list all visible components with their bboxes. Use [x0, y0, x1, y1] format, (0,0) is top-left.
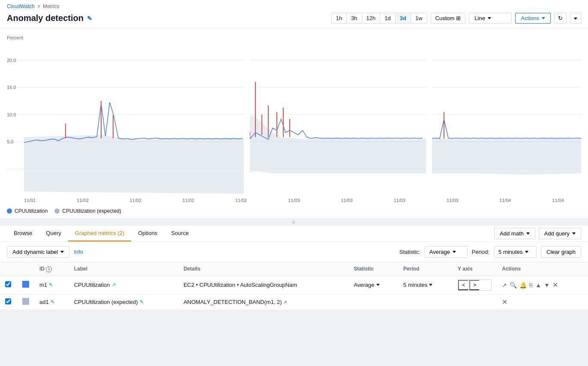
- custom-time-button[interactable]: Custom ⊞: [431, 13, 466, 24]
- legend-label-cpu: CPUUtilization: [15, 208, 48, 214]
- chevron-down-icon: [488, 17, 491, 19]
- chevron-down-icon: [542, 17, 545, 19]
- row-label-cell: CPUUtilization ↗: [69, 276, 179, 294]
- header-controls: 1h 3h 12h 1d 3d 1w Custom ⊞ Line Actions…: [331, 13, 581, 24]
- clear-graph-button[interactable]: Clear graph: [541, 246, 581, 258]
- svg-text:15.0: 15.0: [7, 85, 16, 90]
- row-action-icons: ↗ 🔍 🔔 ⎘ ▲ ▼ ✕: [502, 281, 583, 289]
- tab-options[interactable]: Options: [131, 226, 164, 241]
- delete-row-button[interactable]: ✕: [552, 281, 558, 289]
- actions-button[interactable]: Actions: [515, 13, 551, 24]
- add-query-button[interactable]: Add query: [539, 228, 581, 239]
- metric-label-value: CPUUtilization: [74, 282, 110, 288]
- time-1d[interactable]: 1d: [380, 13, 395, 23]
- trend-icon[interactable]: ↗: [502, 282, 507, 289]
- row-label-cell: CPUUtilization (expected) ✎: [69, 294, 179, 309]
- row-details-cell: ANOMALY_DETECTION_BAND(m1, 2) ↗: [178, 294, 348, 309]
- move-down-icon[interactable]: ▼: [544, 282, 550, 289]
- search-icon[interactable]: 🔍: [510, 282, 517, 289]
- tab-query[interactable]: Query: [39, 226, 68, 241]
- table-header-row: ID i Label Details Statistic Period Y ax…: [0, 262, 588, 276]
- legend-cpu-expected: CPUUtilization (expected): [54, 208, 121, 214]
- metric-id: m1 ✎: [39, 282, 64, 288]
- external-link-icon[interactable]: ↗: [112, 282, 116, 288]
- move-up-icon[interactable]: ▲: [535, 282, 541, 289]
- statistic-label: Statistic:: [399, 249, 420, 255]
- edit-id-icon[interactable]: ✎: [49, 282, 53, 288]
- chart-area: 20.0 15.0 10.0 5.0: [7, 42, 581, 196]
- legend-cpu-util: CPUUtilization: [7, 208, 48, 214]
- time-1h[interactable]: 1h: [332, 13, 347, 23]
- period-select[interactable]: 5 minutes: [494, 246, 537, 258]
- breadcrumb-cloudwatch[interactable]: CloudWatch: [7, 3, 35, 9]
- row-details-cell: EC2 • CPUUtilization • AutoScalingGroupN…: [178, 276, 348, 294]
- delete-row-button[interactable]: ✕: [502, 298, 507, 306]
- time-3d[interactable]: 3d: [396, 13, 411, 23]
- col-statistic: Statistic: [348, 262, 398, 276]
- row-checkbox[interactable]: [5, 281, 11, 287]
- calendar-icon: ⊞: [456, 15, 461, 21]
- time-1w[interactable]: 1w: [411, 13, 427, 23]
- more-options-button[interactable]: [570, 13, 581, 24]
- x-label: 11/03: [288, 198, 300, 203]
- resize-icon: ≡: [291, 219, 296, 226]
- col-details: Details: [178, 262, 348, 276]
- edit-id-icon[interactable]: ✎: [51, 299, 54, 305]
- x-axis-labels: 11/01 11/02 11/02 11/02 11/02 11/03 11/0…: [7, 196, 581, 204]
- row-checkbox[interactable]: [5, 298, 11, 304]
- page-header: Anomaly detection ✎ 1h 3h 12h 1d 3d 1w C…: [7, 11, 581, 28]
- add-math-button[interactable]: Add math: [494, 228, 535, 239]
- svg-text:10.0: 10.0: [7, 112, 16, 117]
- copy-icon[interactable]: ⎘: [529, 282, 533, 289]
- metric-label: CPUUtilization ↗: [74, 282, 174, 288]
- period-label: Period:: [472, 249, 489, 255]
- id-info-icon[interactable]: i: [46, 266, 52, 272]
- chevron-down-icon: [574, 18, 577, 20]
- tabs: Browse Query Graphed metrics (2) Options…: [7, 226, 195, 241]
- chevron-down-icon: [429, 284, 432, 286]
- col-actions: Actions: [497, 262, 588, 276]
- dynamic-label-button[interactable]: Add dynamic label: [7, 246, 69, 258]
- statistic-row-select[interactable]: Average: [354, 282, 393, 288]
- chevron-down-icon: [376, 284, 380, 286]
- edit-label-icon[interactable]: ✎: [140, 299, 144, 305]
- info-link[interactable]: Info: [74, 249, 83, 255]
- col-label: Label: [69, 262, 179, 276]
- edit-title-icon[interactable]: ✎: [87, 15, 92, 22]
- col-id: ID i: [34, 262, 69, 276]
- metric-label-value: CPUUtilization (expected): [74, 299, 138, 305]
- metric-id-value: m1: [39, 282, 47, 288]
- time-12h[interactable]: 12h: [362, 13, 381, 23]
- period-row-select[interactable]: 5 minutes: [403, 282, 447, 288]
- chart-type-select[interactable]: Line: [469, 13, 512, 24]
- tab-actions: Add math Add query: [494, 228, 581, 239]
- chevron-down-icon: [453, 251, 456, 253]
- refresh-button[interactable]: ↻: [554, 13, 567, 24]
- row-statistic-cell: [348, 294, 398, 309]
- yaxis-left-button[interactable]: <: [458, 280, 468, 290]
- legend-color-expected: [54, 208, 60, 214]
- col-color: [17, 262, 34, 276]
- tab-browse[interactable]: Browse: [7, 226, 39, 241]
- tab-source[interactable]: Source: [164, 226, 195, 241]
- color-swatch-gray: [22, 298, 29, 305]
- tab-graphed-metrics[interactable]: Graphed metrics (2): [68, 226, 132, 241]
- external-link-icon[interactable]: ↗: [283, 300, 287, 305]
- toolbar-right: Statistic: Average Period: 5 minutes Cle…: [399, 246, 581, 258]
- resize-handle[interactable]: ≡: [0, 219, 588, 226]
- statistic-select[interactable]: Average: [425, 246, 468, 258]
- metrics-toolbar: Add dynamic label Info Statistic: Averag…: [0, 242, 588, 262]
- time-group: 1h 3h 12h 1d 3d 1w: [331, 13, 427, 24]
- row-yaxis-cell: [453, 294, 497, 309]
- row-period-cell: 5 minutes: [398, 276, 453, 294]
- x-label: 11/02: [129, 198, 141, 203]
- row-actions-cell: ↗ 🔍 🔔 ⎘ ▲ ▼ ✕: [497, 276, 588, 294]
- alarm-icon[interactable]: 🔔: [519, 282, 527, 289]
- x-label: 11/03: [447, 198, 459, 203]
- row-actions-cell: ✕: [497, 294, 588, 309]
- bottom-panel: Browse Query Graphed metrics (2) Options…: [0, 226, 588, 310]
- x-label: 11/04: [552, 198, 564, 203]
- time-3h[interactable]: 3h: [347, 13, 362, 23]
- yaxis-right-button[interactable]: >: [469, 280, 479, 290]
- chart-container: Percent 20.0 15.0 10.0 5.0: [0, 28, 588, 219]
